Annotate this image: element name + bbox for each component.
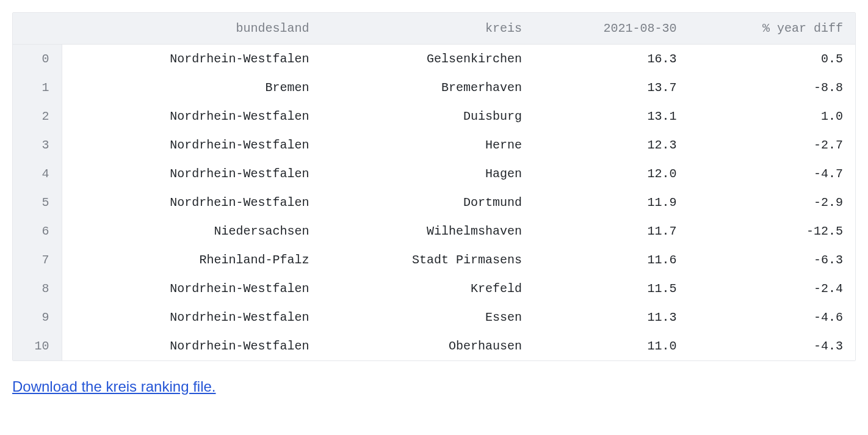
cell-bundesland: Rheinland-Pfalz [62, 246, 321, 274]
cell-diff: 1.0 [689, 102, 855, 131]
cell-index: 6 [13, 217, 62, 246]
table-row: 7Rheinland-PfalzStadt Pirmasens11.6-6.3 [13, 246, 855, 274]
cell-date: 13.1 [534, 102, 689, 131]
table-row: 5Nordrhein-WestfalenDortmund11.9-2.9 [13, 188, 855, 217]
table-row: 9Nordrhein-WestfalenEssen11.3-4.6 [13, 303, 855, 332]
cell-index: 4 [13, 159, 62, 188]
data-table-container: bundesland kreis 2021-08-30 % year diff … [12, 12, 856, 361]
cell-kreis: Hagen [321, 159, 534, 188]
cell-index: 7 [13, 246, 62, 274]
column-header-date: 2021-08-30 [534, 13, 689, 45]
table-row: 8Nordrhein-WestfalenKrefeld11.5-2.4 [13, 274, 855, 303]
cell-kreis: Stadt Pirmasens [321, 246, 534, 274]
cell-index: 10 [13, 332, 62, 360]
table-row: 3Nordrhein-WestfalenHerne12.3-2.7 [13, 131, 855, 159]
table-row: 10Nordrhein-WestfalenOberhausen11.0-4.3 [13, 332, 855, 360]
download-link[interactable]: Download the kreis ranking file. [12, 378, 216, 395]
cell-bundesland: Nordrhein-Westfalen [62, 159, 321, 188]
cell-diff: -4.7 [689, 159, 855, 188]
table-row: 0Nordrhein-WestfalenGelsenkirchen16.30.5 [13, 45, 855, 74]
cell-kreis: Wilhelmshaven [321, 217, 534, 246]
table-row: 2Nordrhein-WestfalenDuisburg13.11.0 [13, 102, 855, 131]
cell-index: 2 [13, 102, 62, 131]
cell-bundesland: Nordrhein-Westfalen [62, 131, 321, 159]
cell-kreis: Oberhausen [321, 332, 534, 360]
cell-date: 12.0 [534, 159, 689, 188]
cell-date: 16.3 [534, 45, 689, 74]
cell-diff: -2.9 [689, 188, 855, 217]
cell-index: 3 [13, 131, 62, 159]
cell-date: 11.6 [534, 246, 689, 274]
column-header-index [13, 13, 62, 45]
cell-bundesland: Nordrhein-Westfalen [62, 188, 321, 217]
cell-diff: -2.4 [689, 274, 855, 303]
cell-kreis: Dortmund [321, 188, 534, 217]
cell-date: 12.3 [534, 131, 689, 159]
cell-date: 11.7 [534, 217, 689, 246]
cell-index: 9 [13, 303, 62, 332]
cell-bundesland: Nordrhein-Westfalen [62, 102, 321, 131]
column-header-bundesland: bundesland [62, 13, 321, 45]
cell-kreis: Bremerhaven [321, 73, 534, 102]
cell-bundesland: Nordrhein-Westfalen [62, 303, 321, 332]
cell-date: 11.0 [534, 332, 689, 360]
cell-index: 0 [13, 45, 62, 74]
cell-diff: -4.6 [689, 303, 855, 332]
cell-diff: -6.3 [689, 246, 855, 274]
table-row: 4Nordrhein-WestfalenHagen12.0-4.7 [13, 159, 855, 188]
cell-diff: -8.8 [689, 73, 855, 102]
cell-kreis: Krefeld [321, 274, 534, 303]
cell-bundesland: Nordrhein-Westfalen [62, 45, 321, 74]
cell-bundesland: Niedersachsen [62, 217, 321, 246]
cell-date: 11.3 [534, 303, 689, 332]
cell-diff: -12.5 [689, 217, 855, 246]
cell-diff: -4.3 [689, 332, 855, 360]
cell-kreis: Gelsenkirchen [321, 45, 534, 74]
cell-diff: -2.7 [689, 131, 855, 159]
table-row: 1BremenBremerhaven13.7-8.8 [13, 73, 855, 102]
cell-bundesland: Nordrhein-Westfalen [62, 274, 321, 303]
cell-index: 1 [13, 73, 62, 102]
table-row: 6NiedersachsenWilhelmshaven11.7-12.5 [13, 217, 855, 246]
cell-bundesland: Bremen [62, 73, 321, 102]
data-table: bundesland kreis 2021-08-30 % year diff … [13, 13, 855, 360]
table-header-row: bundesland kreis 2021-08-30 % year diff [13, 13, 855, 45]
cell-kreis: Duisburg [321, 102, 534, 131]
cell-date: 11.9 [534, 188, 689, 217]
column-header-kreis: kreis [321, 13, 534, 45]
cell-kreis: Essen [321, 303, 534, 332]
cell-diff: 0.5 [689, 45, 855, 74]
cell-index: 8 [13, 274, 62, 303]
cell-bundesland: Nordrhein-Westfalen [62, 332, 321, 360]
cell-date: 13.7 [534, 73, 689, 102]
column-header-diff: % year diff [689, 13, 855, 45]
cell-index: 5 [13, 188, 62, 217]
cell-date: 11.5 [534, 274, 689, 303]
cell-kreis: Herne [321, 131, 534, 159]
